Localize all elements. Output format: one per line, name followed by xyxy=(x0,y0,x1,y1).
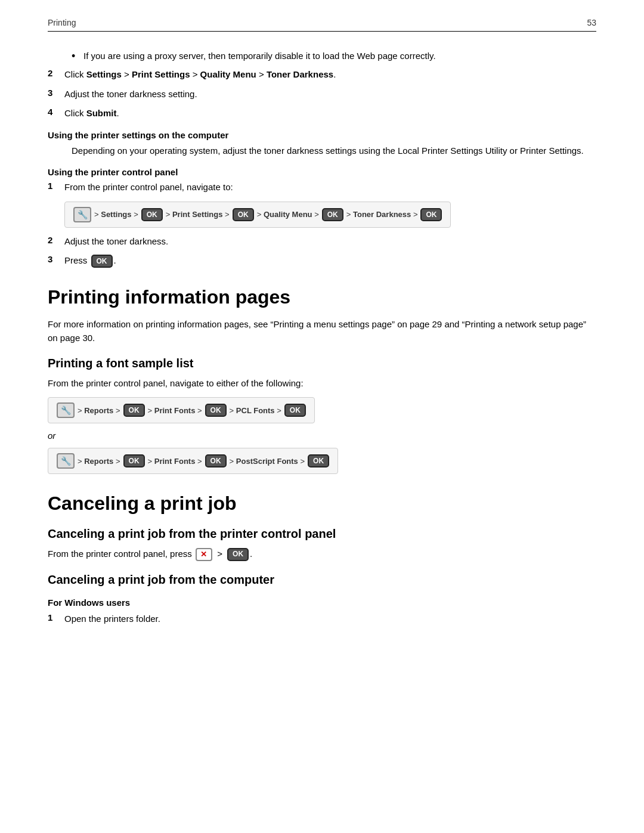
cancel-arrow: > xyxy=(217,549,222,559)
subsection1-heading: Printing a font sample list xyxy=(48,357,596,370)
panel-nav-row-1: 🔧 > Settings > OK > Print Settings > OK … xyxy=(64,202,451,228)
cancel-text-label: From the printer control panel, press xyxy=(48,549,192,559)
step-num: 1 xyxy=(48,612,64,623)
font-nav-row-1: 🔧 > Reports > OK > Print Fonts > OK > PC… xyxy=(48,397,315,423)
step-content: Click Submit. xyxy=(64,107,596,120)
nav-sep: > Print Fonts > xyxy=(148,457,202,466)
step-content: Adjust the toner darkness setting. xyxy=(64,88,596,101)
step-num: 1 xyxy=(48,181,64,191)
using-computer-body: Depending on your operating system, adju… xyxy=(72,144,596,157)
nav-sep: > PostScript Fonts > xyxy=(230,457,305,466)
ok-button: OK xyxy=(322,208,343,221)
wrench-icon: 🔧 xyxy=(57,402,75,418)
bullet-proxy-item: • If you are using a proxy server, then … xyxy=(48,49,596,63)
nav-sep: > PCL Fonts > xyxy=(230,406,281,415)
step-num: 2 xyxy=(48,68,64,78)
wrench-icon: 🔧 xyxy=(73,207,91,222)
subsection2b-heading: Canceling a print job from the computer xyxy=(48,573,596,587)
ok-button: OK xyxy=(205,454,227,467)
ok-button: OK xyxy=(284,404,306,417)
panel-step-1: 1 From the printer control panel, naviga… xyxy=(48,181,596,194)
font-nav-row-2: 🔧 > Reports > OK > Print Fonts > OK > Po… xyxy=(48,448,338,474)
ok-button: OK xyxy=(205,404,227,417)
or-text: or xyxy=(48,431,596,441)
ok-button: OK xyxy=(233,208,254,221)
step-content: Click Settings > Print Settings > Qualit… xyxy=(64,68,596,82)
step-num: 4 xyxy=(48,107,64,117)
nav-sep: > Print Fonts > xyxy=(148,406,202,415)
step-num: 3 xyxy=(48,88,64,98)
nav-sep: > Reports > xyxy=(78,457,120,466)
header-page-number: 53 xyxy=(587,18,596,27)
bullet-dot: • xyxy=(72,49,83,63)
subsection2a-heading: Canceling a print job from the printer c… xyxy=(48,527,596,541)
nav-sep: > Print Settings > xyxy=(166,210,230,219)
ok-button: OK xyxy=(227,548,249,561)
step-num: 3 xyxy=(48,254,64,264)
nav-sep: > Toner Darkness > xyxy=(346,210,418,219)
section1-heading: Printing information pages xyxy=(48,286,596,308)
nav-sep: > Settings > xyxy=(94,210,138,219)
cancel-x-button xyxy=(196,548,212,561)
subsection1-intro: From the printer control panel, navigate… xyxy=(48,376,596,390)
ok-button: OK xyxy=(123,404,145,417)
windows-step-1: 1 Open the printers folder. xyxy=(48,612,596,626)
ok-button: OK xyxy=(91,255,113,268)
step-content: Adjust the toner darkness. xyxy=(64,235,596,249)
wrench-icon: 🔧 xyxy=(57,453,75,469)
for-windows-heading: For Windows users xyxy=(48,597,596,608)
ok-button: OK xyxy=(308,454,329,467)
panel-step-2: 2 Adjust the toner darkness. xyxy=(48,235,596,249)
bullet-text: If you are using a proxy server, then te… xyxy=(83,49,596,63)
section2-heading: Canceling a print job xyxy=(48,492,596,515)
header-section: Printing xyxy=(48,18,76,27)
section1-intro: For more information on printing informa… xyxy=(48,317,596,345)
step-content: Open the printers folder. xyxy=(64,612,596,626)
step-content: Press OK. xyxy=(64,254,596,268)
using-computer-heading: Using the printer settings on the comput… xyxy=(48,130,596,140)
nav-sep: > Reports > xyxy=(78,406,120,415)
nav-sep: > Quality Menu > xyxy=(257,210,319,219)
panel-step-3: 3 Press OK. xyxy=(48,254,596,268)
step-num: 2 xyxy=(48,235,64,245)
step-4: 4 Click Submit. xyxy=(48,107,596,120)
ok-button: OK xyxy=(141,208,163,221)
step-2: 2 Click Settings > Print Settings > Qual… xyxy=(48,68,596,82)
page: Printing 53 • If you are using a proxy s… xyxy=(0,0,644,833)
step-content: From the printer control panel, navigate… xyxy=(64,181,596,194)
ok-button: OK xyxy=(420,208,442,221)
step-3: 3 Adjust the toner darkness setting. xyxy=(48,88,596,101)
page-header: Printing 53 xyxy=(48,18,596,32)
cancel-panel-text: From the printer control panel, press > … xyxy=(48,547,596,561)
using-panel-heading: Using the printer control panel xyxy=(48,167,596,177)
ok-button: OK xyxy=(123,454,145,467)
